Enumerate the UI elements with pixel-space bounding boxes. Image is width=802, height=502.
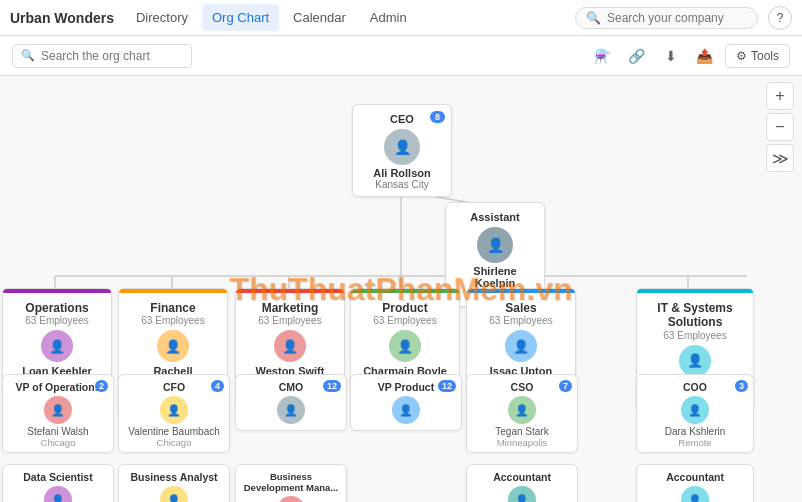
- sub2-avatar-4: 👤: [681, 486, 709, 502]
- sub-name-1: Valentine Baumbach: [125, 426, 223, 437]
- ceo-card[interactable]: CEO 👤 8 Ali Rollson Kansas City: [352, 104, 452, 197]
- dept-avatar-0: 👤: [41, 330, 73, 362]
- sub-avatar-4: 👤: [508, 396, 536, 424]
- download-icon[interactable]: ⬇: [657, 42, 685, 70]
- sub-card-biz-dev[interactable]: Business Development Mana... 👤 Tawna Abb…: [235, 464, 347, 502]
- ceo-title: CEO: [390, 113, 414, 125]
- nav-admin[interactable]: Admin: [360, 4, 417, 31]
- asst-name: Shirlene Koelpin: [452, 265, 538, 289]
- dept-avatar-4: 👤: [505, 330, 537, 362]
- chart-search-box[interactable]: 🔍: [12, 44, 192, 68]
- sub2-title-0: Data Scientist: [9, 471, 107, 483]
- sub-card-coo[interactable]: COO 👤 3 Dara Kshlerin Remote: [636, 374, 754, 453]
- dept-emp-3: 63 Employees: [359, 315, 451, 326]
- nav-org-chart[interactable]: Org Chart: [202, 4, 279, 31]
- tools-icon: ⚙: [736, 49, 747, 63]
- sub-name-4: Tegan Stark: [473, 426, 571, 437]
- search-icon: 🔍: [586, 11, 601, 25]
- nav-search-box[interactable]: 🔍: [575, 7, 758, 29]
- dept-emp-0: 63 Employees: [11, 315, 103, 326]
- sub-card-accountant-2[interactable]: Accountant 👤 Roderick Schulist Minneapol…: [636, 464, 754, 502]
- dept-emp-2: 63 Employees: [244, 315, 336, 326]
- sub-name-0: Stefani Walsh: [9, 426, 107, 437]
- sub-card-accountant-1[interactable]: Accountant 👤 Charleen Shields St. Louis: [466, 464, 578, 502]
- dept-name-0: Operations: [11, 301, 103, 315]
- chart-area: CEO 👤 8 Ali Rollson Kansas City Assistan…: [0, 76, 802, 502]
- dept-emp-1: 63 Employees: [127, 315, 219, 326]
- sub2-avatar-0: 👤: [44, 486, 72, 502]
- top-nav: Urban Wonders Directory Org Chart Calend…: [0, 0, 802, 36]
- sub2-title-1: Business Analyst: [125, 471, 223, 483]
- nav-search-input[interactable]: [607, 11, 747, 25]
- ceo-avatar: 👤: [384, 129, 420, 165]
- sub-title-1: CFO: [125, 381, 223, 393]
- dept-name-2: Marketing: [244, 301, 336, 315]
- sub-title-0: VP of Operations: [9, 381, 107, 393]
- sub-badge-1: 4: [211, 380, 224, 392]
- zoom-in-button[interactable]: +: [766, 82, 794, 110]
- sub2-title-3: Accountant: [473, 471, 571, 483]
- sub-badge-0: 2: [95, 380, 108, 392]
- sub-title-5: COO: [643, 381, 747, 393]
- sub2-title-4: Accountant: [643, 471, 747, 483]
- sub-card-cso[interactable]: CSO 👤 7 Tegan Stark Minneapolis: [466, 374, 578, 453]
- sub-loc-0: Chicago: [9, 437, 107, 448]
- sub-card-cfo[interactable]: CFO 👤 4 Valentine Baumbach Chicago: [118, 374, 230, 453]
- search-icon: 🔍: [21, 49, 35, 62]
- sub-title-4: CSO: [473, 381, 571, 393]
- dept-emp-5: 63 Employees: [645, 330, 745, 341]
- sub2-avatar-2: 👤: [277, 496, 305, 502]
- sub-avatar-5: 👤: [681, 396, 709, 424]
- dept-name-1: Finance: [127, 301, 219, 315]
- tools-label: Tools: [751, 49, 779, 63]
- sub2-title-2: Business Development Mana...: [242, 471, 340, 493]
- sub-name-5: Dara Kshlerin: [643, 426, 747, 437]
- sub-badge-5: 3: [735, 380, 748, 392]
- sub-badge-3: 12: [438, 380, 456, 392]
- dept-name-4: Sales: [475, 301, 567, 315]
- dept-avatar-3: 👤: [389, 330, 421, 362]
- toolbar-right: ⚗️ 🔗 ⬇ 📤 ⚙ Tools: [589, 42, 790, 70]
- brand-logo: Urban Wonders: [10, 10, 114, 26]
- ceo-location: Kansas City: [375, 179, 428, 190]
- link-icon[interactable]: 🔗: [623, 42, 651, 70]
- sub2-avatar-3: 👤: [508, 486, 536, 502]
- sub-card-business-analyst[interactable]: Business Analyst 👤 Patsy Upton: [118, 464, 230, 502]
- zoom-out-button[interactable]: −: [766, 113, 794, 141]
- share-icon[interactable]: 📤: [691, 42, 719, 70]
- tools-button[interactable]: ⚙ Tools: [725, 44, 790, 68]
- dept-avatar-5: 👤: [679, 345, 711, 377]
- dept-avatar-2: 👤: [274, 330, 306, 362]
- dept-avatar-1: 👤: [157, 330, 189, 362]
- nav-directory[interactable]: Directory: [126, 4, 198, 31]
- nav-calendar[interactable]: Calendar: [283, 4, 356, 31]
- zoom-fit-button[interactable]: ≫: [766, 144, 794, 172]
- dept-name-3: Product: [359, 301, 451, 315]
- sub2-avatar-1: 👤: [160, 486, 188, 502]
- sub-avatar-2: 👤: [277, 396, 305, 424]
- sub-badge-2: 12: [323, 380, 341, 392]
- asst-title: Assistant: [470, 211, 520, 223]
- sub-card-vp-product[interactable]: VP Product 👤 12: [350, 374, 462, 431]
- toolbar: 🔍 ⚗️ 🔗 ⬇ 📤 ⚙ Tools: [0, 36, 802, 76]
- sub-loc-5: Remote: [643, 437, 747, 448]
- sub-card-cmo[interactable]: CMO 👤 12: [235, 374, 347, 431]
- ceo-name: Ali Rollson: [373, 167, 430, 179]
- dept-name-5: IT & Systems Solutions: [645, 301, 745, 330]
- help-button[interactable]: ?: [768, 6, 792, 30]
- sub-card-data-scientist[interactable]: Data Scientist 👤 Donnell Will Chicago: [2, 464, 114, 502]
- sub-badge-4: 7: [559, 380, 572, 392]
- sub-loc-4: Minneapolis: [473, 437, 571, 448]
- sub-avatar-1: 👤: [160, 396, 188, 424]
- chart-search-input[interactable]: [41, 49, 183, 63]
- ceo-badge: 8: [430, 111, 445, 123]
- sub-avatar-0: 👤: [44, 396, 72, 424]
- asst-avatar: 👤: [477, 227, 513, 263]
- sub-loc-1: Chicago: [125, 437, 223, 448]
- sub-card-vp-ops[interactable]: VP of Operations 👤 2 Stefani Walsh Chica…: [2, 374, 114, 453]
- zoom-controls: + − ≫: [766, 82, 794, 172]
- dept-emp-4: 63 Employees: [475, 315, 567, 326]
- filter-icon[interactable]: ⚗️: [589, 42, 617, 70]
- sub-avatar-3: 👤: [392, 396, 420, 424]
